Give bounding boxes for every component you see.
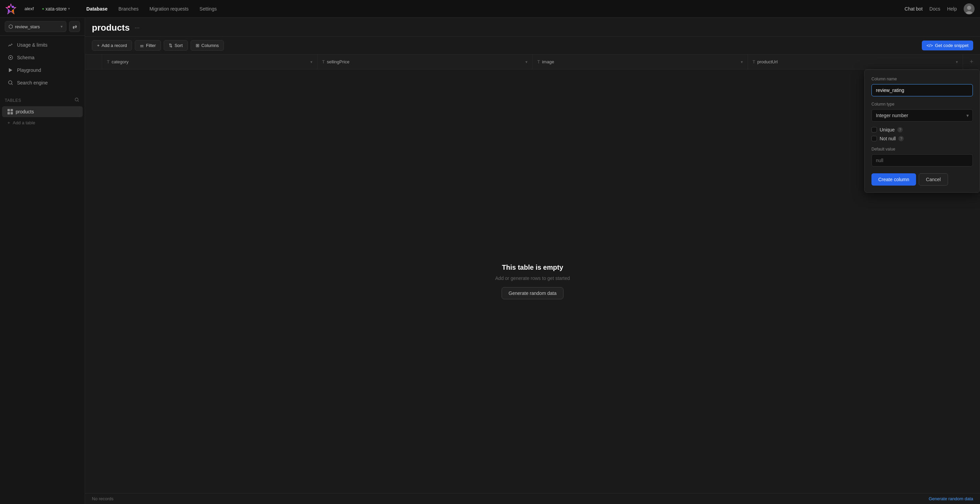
checkbox-column	[85, 54, 102, 69]
docs-link[interactable]: Docs	[929, 6, 940, 11]
svg-point-11	[8, 81, 12, 84]
main-content: products ··· + Add a record ⚌ Filter ⇅ S…	[85, 18, 980, 504]
user-avatar[interactable]	[964, 3, 975, 14]
filter-button[interactable]: ⚌ Filter	[135, 40, 161, 51]
add-column-button[interactable]: +	[963, 54, 980, 69]
more-options-button[interactable]: ···	[133, 24, 141, 32]
search-engine-icon	[8, 80, 14, 86]
branch-chevron-icon: ▾	[60, 24, 63, 29]
col-name-image: image	[542, 59, 554, 64]
get-code-snippet-button[interactable]: </> Get code snippet	[922, 40, 973, 50]
user-info[interactable]: alexf	[24, 6, 34, 11]
schema-icon	[8, 54, 14, 61]
columns-label: Columns	[202, 43, 219, 48]
sellingprice-type-icon: T	[322, 59, 325, 64]
not-null-checkbox-row: Not null ?	[872, 136, 973, 141]
search-tables-button[interactable]	[74, 97, 80, 104]
svg-point-1	[8, 6, 10, 8]
add-icon: +	[97, 43, 100, 48]
tables-label: Tables	[5, 98, 21, 103]
col-header-sellingprice[interactable]: T sellingPrice ▾	[318, 54, 533, 69]
sidebar-nav: Usage & limits Schema Playground Search …	[0, 36, 85, 92]
branch-selector-row: ⬡ review_stars ▾ ⇄	[0, 18, 85, 36]
branch-icon-button[interactable]: ⇄	[69, 21, 80, 32]
not-null-checkbox[interactable]	[872, 136, 877, 141]
sidebar-item-usage-limits[interactable]: Usage & limits	[2, 39, 83, 51]
default-value-input[interactable]	[872, 154, 973, 166]
column-name-input[interactable]	[872, 84, 973, 96]
nav-database[interactable]: Database	[81, 4, 113, 14]
svg-point-2	[12, 6, 14, 8]
db-selector[interactable]: ● xata-store ▾	[42, 6, 70, 11]
tables-header: Tables	[0, 95, 85, 106]
branch-switch-icon: ⇄	[73, 24, 77, 30]
table-header-row: T category ▾ T sellingPrice ▾ T image ▾ …	[85, 54, 980, 69]
unique-help-icon[interactable]: ?	[897, 127, 903, 132]
sidebar: ⬡ review_stars ▾ ⇄ Usage & limits Schema	[0, 18, 85, 504]
default-value-label: Default value	[872, 147, 973, 152]
sidebar-item-playground[interactable]: Playground	[2, 64, 83, 76]
branch-name: review_stars	[15, 24, 40, 29]
get-code-snippet-label: Get code snippet	[935, 43, 969, 48]
nav-right: Chat bot Docs Help	[904, 3, 975, 14]
image-sort-icon: ▾	[741, 60, 743, 64]
nav-settings[interactable]: Settings	[194, 4, 222, 14]
username: alexf	[24, 6, 34, 11]
toolbar: + Add a record ⚌ Filter ⇅ Sort ⊞ Columns…	[85, 37, 980, 54]
sidebar-item-search-engine[interactable]: Search engine	[2, 77, 83, 89]
chat-bot-link[interactable]: Chat bot	[904, 6, 923, 11]
sidebar-item-label-search: Search engine	[17, 80, 48, 86]
status-bar: No records Generate random data	[85, 493, 980, 504]
col-header-producturl[interactable]: T productUrl ▾	[748, 54, 963, 69]
sort-button[interactable]: ⇅ Sort	[164, 40, 188, 51]
unique-label: Unique	[880, 127, 894, 132]
empty-subtitle: Add or generate rows to get started	[495, 276, 570, 281]
col-header-category[interactable]: T category ▾	[102, 54, 318, 69]
playground-icon	[8, 67, 14, 73]
popup-actions: Create column Cancel	[872, 173, 973, 186]
add-record-button[interactable]: + Add a record	[92, 40, 132, 51]
col-header-image[interactable]: T image ▾	[533, 54, 748, 69]
generate-random-data-button[interactable]: Generate random data	[501, 287, 564, 299]
column-type-wrapper: Integer number Float number String Text …	[872, 109, 973, 121]
main-header: products ···	[85, 18, 980, 37]
svg-point-6	[967, 6, 971, 10]
add-table-icon: +	[8, 120, 10, 125]
nav-branches[interactable]: Branches	[113, 4, 144, 14]
svg-line-14	[78, 101, 79, 102]
sellingprice-sort-icon: ▾	[525, 60, 527, 64]
table-area: T category ▾ T sellingPrice ▾ T image ▾ …	[85, 54, 980, 493]
not-null-help-icon[interactable]: ?	[898, 136, 904, 141]
sidebar-item-schema[interactable]: Schema	[2, 51, 83, 64]
sidebar-item-label-usage: Usage & limits	[17, 42, 47, 48]
category-type-icon: T	[107, 59, 110, 64]
no-records-label: No records	[92, 496, 114, 501]
code-icon: </>	[927, 43, 933, 48]
nav-migration-requests[interactable]: Migration requests	[144, 4, 194, 14]
filter-icon: ⚌	[140, 43, 144, 48]
add-record-label: Add a record	[102, 43, 127, 48]
db-name-label: xata-store	[46, 6, 67, 11]
add-table-button[interactable]: + Add a table	[2, 118, 83, 128]
cancel-button[interactable]: Cancel	[919, 173, 948, 186]
column-type-label: Column type	[872, 102, 973, 107]
table-item-products[interactable]: products	[2, 106, 83, 117]
branch-selector[interactable]: ⬡ review_stars ▾	[5, 21, 66, 32]
columns-icon: ⊞	[196, 43, 199, 48]
svg-line-12	[11, 84, 13, 85]
column-type-select[interactable]: Integer number Float number String Text …	[872, 109, 973, 121]
col-name-producturl: productUrl	[757, 59, 778, 64]
unique-checkbox[interactable]	[872, 127, 877, 132]
app-body: ⬡ review_stars ▾ ⇄ Usage & limits Schema	[0, 18, 980, 504]
empty-title: This table is empty	[502, 263, 563, 271]
app-logo[interactable]	[5, 3, 16, 14]
help-link[interactable]: Help	[947, 6, 957, 11]
image-type-icon: T	[537, 59, 540, 64]
column-name-label: Column name	[872, 77, 973, 81]
create-column-button[interactable]: Create column	[872, 173, 916, 186]
columns-button[interactable]: ⊞ Columns	[191, 40, 224, 51]
table-empty-state: This table is empty Add or generate rows…	[85, 69, 980, 493]
generate-random-data-link[interactable]: Generate random data	[929, 496, 973, 501]
sidebar-item-label-playground: Playground	[17, 67, 41, 73]
main-nav: Database Branches Migration requests Set…	[81, 4, 222, 14]
